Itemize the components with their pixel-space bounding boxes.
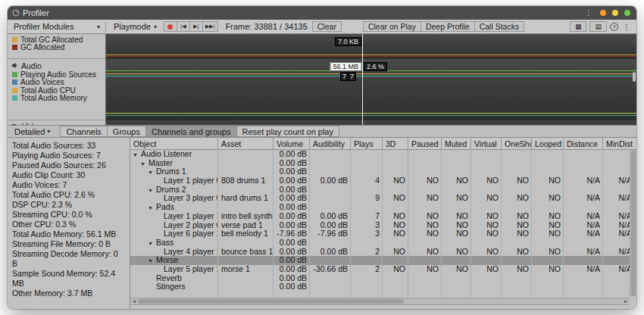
table-row[interactable]: Layer 4 player 1bounce bass 10.00 dB0.00… <box>130 248 630 257</box>
column-header-plays[interactable]: Plays <box>351 138 383 149</box>
scroll-right-arrow[interactable]: ▸ <box>622 298 630 304</box>
clear-button[interactable]: Clear <box>312 21 342 32</box>
detailed-view-dropdown[interactable]: Detailed ▾ <box>11 126 55 137</box>
help-icon[interactable]: ? <box>610 23 618 31</box>
cell-object: ▼Drums 2 <box>130 186 218 195</box>
previous-frame-button[interactable]: |◀ <box>177 21 190 32</box>
tab-channels-and-groups[interactable]: Channels and groups <box>145 126 237 137</box>
stat-line: Total Audio Memory: 56.1 MB <box>12 229 125 239</box>
cell-oneshot <box>502 159 532 168</box>
table-row[interactable]: Layer 6 player 1bell melody 1-7.96 dB-7.… <box>130 229 630 239</box>
chart-area[interactable]: 7.0 KB 56.1 MB 2.6 % 7 7 <box>106 34 636 125</box>
table-row[interactable]: ▼Audio Listener0.00 dB <box>130 150 630 159</box>
chevron-down-icon: ▾ <box>47 128 50 135</box>
profiler-modules-dropdown[interactable]: Profiler Modules ▾ <box>8 20 104 33</box>
chart-scrollbar-thumb[interactable] <box>633 72 636 82</box>
column-header-volume[interactable]: Volume <box>274 138 310 149</box>
foldout-triangle[interactable]: ▼ <box>148 239 156 248</box>
cell-3d: NO <box>383 194 408 203</box>
foldout-triangle[interactable]: ▼ <box>133 151 141 159</box>
titlebar[interactable]: Profiler ⋮ <box>8 6 636 20</box>
cell-3d <box>383 167 408 176</box>
table-row[interactable]: Reverb0.00 dB <box>130 274 630 283</box>
cell-asset <box>218 256 274 265</box>
legend-item[interactable]: Total Audio CPU <box>8 86 105 95</box>
window-maximize-button[interactable] <box>624 10 630 16</box>
foldout-triangle[interactable]: ▼ <box>140 160 148 168</box>
table-row[interactable]: Layer 1 player 0808 drums 10.00 dB0.00 d… <box>130 176 630 186</box>
record-icon <box>167 24 173 30</box>
playmode-dropdown[interactable]: Playmode ▾ <box>108 20 161 33</box>
call-stacks-button[interactable]: Call Stacks <box>474 21 525 32</box>
vertical-scrollbar[interactable] <box>630 150 636 297</box>
window-menu-icon[interactable]: ⋮ <box>585 9 592 17</box>
table-row[interactable]: ▼Pads0.00 dB <box>130 203 630 212</box>
clear-on-play-button[interactable]: Clear on Play <box>363 21 421 32</box>
column-header-distance[interactable]: Distance <box>564 138 603 149</box>
foldout-triangle[interactable]: ▼ <box>148 204 156 212</box>
object-label: Master <box>148 159 173 167</box>
next-frame-button[interactable]: ▶| <box>189 21 203 32</box>
horizontal-scrollbar-thumb[interactable] <box>138 299 404 304</box>
toolbar-menu-icon[interactable]: ⋮ <box>623 23 630 31</box>
object-label: Layer 5 player 1 <box>164 265 218 273</box>
window-minimize-button[interactable] <box>612 10 618 16</box>
table-row[interactable]: ▼Master0.00 dB <box>130 159 630 168</box>
record-button[interactable] <box>164 21 177 32</box>
table-row[interactable]: ▼Bass0.00 dB <box>130 239 630 248</box>
video-module-header[interactable]: Video <box>8 121 105 125</box>
video-module: Video <box>8 121 105 125</box>
table-body[interactable]: ▼Audio Listener0.00 dB▼Master0.00 dB▼Dru… <box>130 150 630 297</box>
module-separator <box>8 58 105 59</box>
horizontal-scrollbar[interactable]: ◂ ▸ <box>130 298 630 305</box>
column-header-looped[interactable]: Looped <box>532 138 564 149</box>
column-header-audibility[interactable]: Audibility <box>310 138 351 149</box>
legend-item[interactable]: Playing Audio Sources <box>8 70 105 79</box>
cell-plays: 3 <box>351 229 383 239</box>
legend-item[interactable]: Total Audio Memory <box>8 95 105 103</box>
reset-play-count-button[interactable]: Reset play count on play <box>236 126 339 137</box>
window-close-button[interactable] <box>600 10 606 16</box>
vertical-scrollbar-thumb[interactable] <box>631 151 636 296</box>
cell-distance <box>564 159 603 168</box>
foldout-triangle[interactable]: ▼ <box>148 257 156 265</box>
memory-chart-track[interactable] <box>106 34 636 58</box>
table-row[interactable]: ▼Drums 10.00 dB <box>130 167 630 176</box>
audio-module-header[interactable]: Audio <box>8 61 105 70</box>
table-row[interactable]: Layer 3 player 0hard drums 10.00 dB9NONO… <box>130 194 630 203</box>
chevron-down-icon: ▾ <box>97 23 100 30</box>
cell-3d: NO <box>383 248 408 257</box>
table-row[interactable]: Layer 1 player 1intro bell synth 10.00 d… <box>130 212 630 221</box>
table-row[interactable]: Layer 5 player 1morse 10.00 dB-30.66 dB2… <box>130 265 630 274</box>
table-row[interactable]: ▼Drums 20.00 dB <box>130 186 630 195</box>
legend-item[interactable]: Total GC Allocated <box>8 36 105 43</box>
column-header-paused[interactable]: Paused <box>408 138 442 149</box>
tab-groups[interactable]: Groups <box>107 126 146 137</box>
table-row[interactable]: Layer 2 player 0verse pad 10.00 dB0.00 d… <box>130 221 630 230</box>
table-row[interactable]: Stingers0.00 dB <box>130 282 630 292</box>
cell-virtual <box>471 256 502 265</box>
current-frame-button[interactable]: ▶▶| <box>202 21 218 32</box>
horizontal-scrollbar-track[interactable] <box>138 298 622 304</box>
column-header-object[interactable]: Object <box>130 138 218 149</box>
save-icon[interactable]: ▤ <box>589 21 607 32</box>
scroll-left-arrow[interactable]: ◂ <box>130 298 138 304</box>
layout-icon[interactable]: ▦ <box>570 21 587 32</box>
column-header-mindist[interactable]: MinDist <box>603 138 636 149</box>
column-header-virtual[interactable]: Virtual <box>471 138 502 149</box>
playhead-line[interactable] <box>362 34 363 125</box>
legend-color-swatch <box>12 37 17 42</box>
column-header-muted[interactable]: Muted <box>442 138 471 149</box>
foldout-triangle[interactable]: ▼ <box>148 186 156 195</box>
video-chart-track[interactable] <box>106 120 636 125</box>
legend-item[interactable]: Audio Voices <box>8 79 105 87</box>
foldout-triangle[interactable]: ▼ <box>148 168 156 176</box>
deep-profile-button[interactable]: Deep Profile <box>420 21 475 32</box>
cell-distance: N/A <box>564 176 603 186</box>
column-header-asset[interactable]: Asset <box>218 138 274 149</box>
column-header-3d[interactable]: 3D <box>383 138 408 149</box>
column-header-oneshot[interactable]: OneShot <box>502 138 532 149</box>
legend-item[interactable]: GC Allocated <box>8 43 105 51</box>
table-row[interactable]: ▼Morse0.00 dB <box>130 256 630 265</box>
tab-channels[interactable]: Channels <box>60 126 107 137</box>
